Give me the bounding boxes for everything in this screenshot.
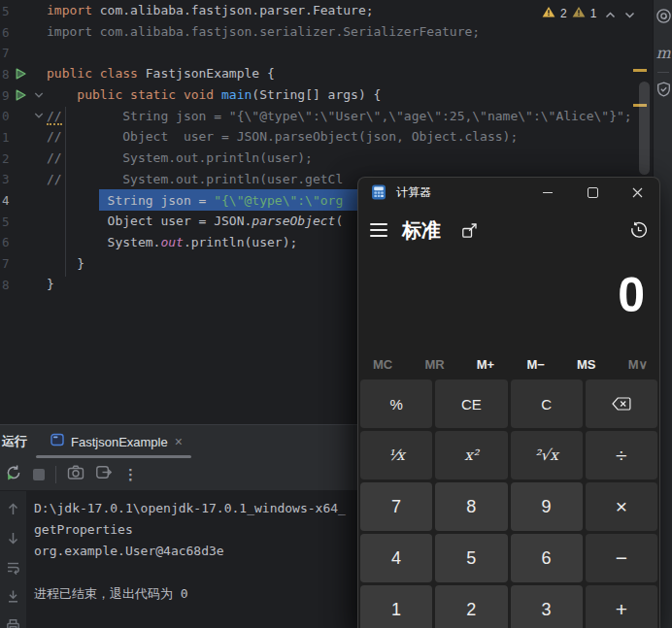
console-toolbar	[0, 491, 26, 628]
memory-button-ms[interactable]: MS	[577, 357, 596, 372]
calculator-titlebar[interactable]: 计算器	[358, 178, 659, 207]
weak-warning-count: 1	[590, 7, 597, 20]
more-options-kebab-icon[interactable]: ⋮	[123, 466, 138, 483]
editor-gutter: 7	[0, 42, 47, 63]
notifications-icon[interactable]	[655, 8, 672, 28]
calculator-display: 0	[618, 269, 645, 322]
minimize-button[interactable]	[525, 178, 570, 207]
warning-count: 2	[560, 7, 567, 20]
tab-label: FastjsonExample	[71, 435, 168, 449]
line-number: 0	[2, 109, 10, 123]
code-text: }	[47, 256, 84, 271]
line-number: 1	[2, 129, 10, 144]
print-icon[interactable]	[6, 618, 20, 628]
key-9[interactable]: 9	[511, 482, 583, 531]
prev-problem-chevron-icon[interactable]	[605, 4, 616, 22]
backspace-icon	[612, 397, 631, 411]
key-4[interactable]: 4	[360, 534, 432, 582]
code-line[interactable]: 0// String json = "{\"@type\":\"User\",\…	[0, 105, 653, 126]
code-line[interactable]: 8public class FastjsonExample {	[0, 63, 653, 84]
editor-gutter: 6	[0, 21, 47, 43]
key-2[interactable]: 2	[435, 585, 507, 628]
up-stacktrace-icon[interactable]	[6, 502, 20, 520]
code-line[interactable]: 6import com.alibaba.fastjson.serializer.…	[0, 21, 653, 43]
key-backspace[interactable]	[586, 380, 657, 428]
memory-button-m[interactable]: M+	[477, 357, 494, 372]
key-multiply[interactable]: ×	[586, 482, 657, 531]
code-line[interactable]: 1// Object user = JSON.parseObject(json,…	[0, 126, 653, 148]
inspections-widget[interactable]: 2 1	[542, 4, 635, 22]
line-number: 4	[2, 193, 10, 208]
line-number: 5	[2, 3, 10, 17]
down-stacktrace-icon[interactable]	[6, 531, 20, 549]
key-clear[interactable]: C	[511, 380, 583, 428]
soft-wrap-icon[interactable]	[6, 560, 20, 578]
close-button[interactable]	[615, 178, 659, 207]
editor-gutter: 8	[0, 274, 47, 295]
code-text: import com.alibaba.fastjson.serializer.S…	[47, 24, 480, 39]
maven-icon[interactable]: m	[655, 44, 670, 62]
key-sqrt[interactable]: ²√x	[511, 431, 583, 479]
editor-gutter: 3	[0, 169, 47, 190]
calculator-nav: 标准	[358, 209, 659, 251]
history-icon[interactable]	[629, 221, 648, 240]
editor-gutter: 2	[0, 148, 47, 169]
editor-gutter: 9	[0, 84, 47, 106]
maximize-button[interactable]	[570, 178, 615, 207]
fold-chevron-icon[interactable]	[34, 113, 44, 119]
memory-button-m: M∨	[628, 357, 648, 372]
thread-dump-camera-icon[interactable]	[67, 464, 84, 484]
fold-chevron-icon[interactable]	[34, 91, 44, 98]
next-problem-chevron-icon[interactable]	[624, 4, 635, 22]
key-reciprocal[interactable]: ¹⁄x	[360, 431, 432, 479]
rerun-button[interactable]	[5, 464, 22, 485]
code-line[interactable]: 9 public static void main(String[] args)…	[0, 84, 653, 106]
line-number: 6	[2, 24, 10, 39]
key-clear-entry[interactable]: CE	[435, 380, 507, 428]
key-plus[interactable]: +	[586, 585, 657, 628]
editor-scrollbar[interactable]	[639, 82, 650, 175]
minimize-icon	[543, 192, 553, 193]
key-minus[interactable]: −	[586, 534, 657, 582]
close-icon	[632, 187, 643, 198]
line-number: 9	[2, 87, 10, 102]
code-text: // System.out.println(user.getCl	[47, 172, 343, 186]
mode-label[interactable]: 标准	[402, 217, 441, 244]
toolbar-divider	[55, 466, 56, 483]
key-3[interactable]: 3	[511, 585, 583, 628]
shield-check-icon[interactable]	[656, 82, 671, 101]
calculator-window: 计算器 标准	[357, 177, 660, 628]
memory-button-mr: MR	[424, 357, 444, 372]
code-text: // String json = "{\"@type\":\"User\",\"…	[47, 109, 632, 123]
key-5[interactable]: 5	[435, 534, 507, 582]
stop-button[interactable]	[33, 469, 45, 480]
key-percent[interactable]: %	[360, 380, 432, 428]
editor-gutter: 1	[0, 126, 47, 148]
key-divide[interactable]: ÷	[586, 431, 657, 479]
code-text: // System.out.println(user);	[47, 150, 313, 165]
strip-divider	[657, 72, 669, 73]
scroll-to-end-icon[interactable]	[6, 589, 20, 608]
weak-warning-icon	[572, 4, 586, 22]
memory-button-m[interactable]: M−	[526, 357, 544, 372]
keep-on-top-icon[interactable]	[461, 222, 478, 239]
run-line-icon[interactable]	[15, 67, 27, 80]
calculator-keypad: %CEC¹⁄xx²²√x÷789×456−123+	[360, 380, 657, 628]
code-text: String json = "{\"@type\":\"org	[47, 193, 343, 208]
tab-fastjsonexample[interactable]: FastjsonExample ×	[50, 433, 183, 450]
calculator-app-icon	[371, 184, 386, 200]
open-results-icon[interactable]	[95, 464, 113, 484]
key-square[interactable]: x²	[435, 431, 507, 479]
screen: 5import com.alibaba.fastjson.parser.Feat…	[0, 0, 672, 628]
key-1[interactable]: 1	[360, 585, 432, 628]
line-number: 8	[2, 277, 10, 291]
key-8[interactable]: 8	[435, 482, 507, 531]
key-6[interactable]: 6	[511, 534, 583, 582]
code-line[interactable]: 7	[0, 42, 653, 63]
run-line-icon[interactable]	[15, 88, 27, 101]
tab-close-icon[interactable]: ×	[175, 435, 183, 448]
code-line[interactable]: 2// System.out.println(user);	[0, 148, 653, 169]
editor-gutter: 7	[0, 252, 47, 274]
hamburger-menu-icon[interactable]	[370, 223, 387, 237]
key-7[interactable]: 7	[360, 482, 432, 531]
